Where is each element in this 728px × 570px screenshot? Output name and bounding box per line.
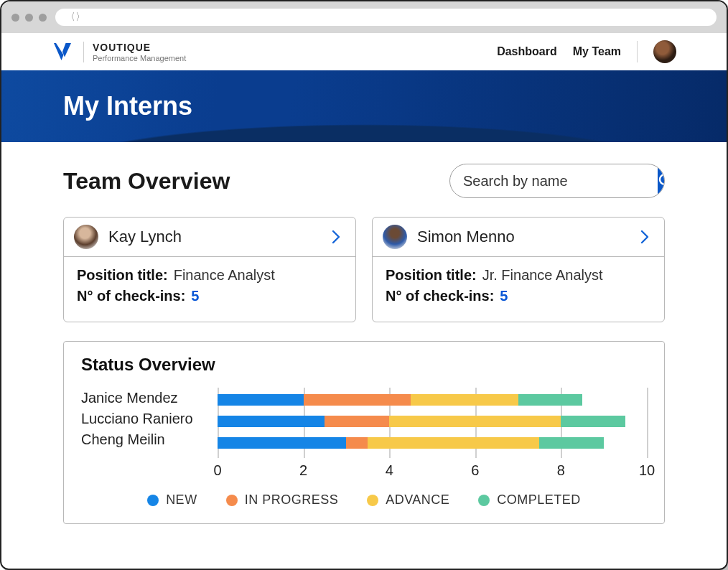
chevron-right-icon xyxy=(331,229,341,245)
forward-arrow-icon[interactable]: 〉 xyxy=(75,11,84,24)
chart-bar-segment xyxy=(561,416,625,427)
svg-point-0 xyxy=(65,45,69,48)
app-header: VOUTIQUE Performance Management Dashboar… xyxy=(1,33,727,70)
position-label: Position title: xyxy=(386,267,477,284)
brand-name: VOUTIQUE xyxy=(93,42,186,53)
chevron-right-icon xyxy=(640,229,650,245)
chart-axis-tick: 10 xyxy=(639,462,655,479)
overview-title: Team Overview xyxy=(63,168,230,195)
chart-axis-tick: 2 xyxy=(299,462,307,479)
legend-item-completed: COMPLETED xyxy=(478,492,581,508)
brand-subtitle: Performance Management xyxy=(93,54,186,62)
chart-category-label: Janice Mendez xyxy=(81,388,218,408)
chart-bar-segment xyxy=(218,437,346,449)
chart-category-labels: Janice MendezLucciano RanieroCheng Meili… xyxy=(81,388,218,458)
window-traffic-lights xyxy=(11,14,47,22)
checkins-value: 5 xyxy=(191,288,199,304)
chart-category-label: Lucciano Raniero xyxy=(81,408,218,429)
intern-name: Kay Lynch xyxy=(108,228,182,246)
page-banner: My Interns xyxy=(1,70,727,142)
legend-label: ADVANCE xyxy=(386,492,449,508)
chart-plot-area xyxy=(218,388,647,458)
chart-bar-row xyxy=(218,394,582,406)
status-overview-title: Status Overview xyxy=(81,355,647,375)
legend-swatch-icon xyxy=(147,495,159,506)
intern-card-header[interactable]: Simon Menno xyxy=(373,218,664,257)
search-button[interactable] xyxy=(658,164,665,197)
chart-legend: NEW IN PROGRESS ADVANCE COMPLETED xyxy=(81,492,647,508)
chart-bar-segment xyxy=(346,437,368,449)
chart-bar-segment xyxy=(539,437,604,449)
legend-label: NEW xyxy=(166,492,197,508)
chart-axis-tick: 4 xyxy=(386,462,393,479)
chart-bar-segment xyxy=(218,416,325,427)
url-bar[interactable]: 〈 〉 xyxy=(55,9,717,26)
legend-item-in-progress: IN PROGRESS xyxy=(226,492,339,508)
nav-my-team[interactable]: My Team xyxy=(573,45,621,58)
chart-category-label: Cheng Meilin xyxy=(81,429,218,450)
browser-frame: 〈 〉 VOUTIQUE Performance Management Dash… xyxy=(0,0,728,570)
chart-bar-segment xyxy=(304,394,411,406)
nav-dashboard[interactable]: Dashboard xyxy=(497,45,557,58)
chart-bar-row xyxy=(218,416,625,427)
chart-gridline xyxy=(647,388,648,458)
legend-label: IN PROGRESS xyxy=(245,492,339,508)
chart-bar-segment xyxy=(518,394,583,406)
back-arrow-icon[interactable]: 〈 xyxy=(65,11,74,24)
intern-card: Kay Lynch Position title: Finance Analys… xyxy=(63,217,356,322)
brand-logo-icon xyxy=(52,41,73,62)
status-overview-panel: Status Overview Janice MendezLucciano Ra… xyxy=(63,341,665,524)
page-title: My Interns xyxy=(63,91,192,121)
legend-item-advance: ADVANCE xyxy=(367,492,449,508)
chart-bar-segment xyxy=(325,416,389,427)
legend-label: COMPLETED xyxy=(497,492,581,508)
chart-x-axis: 0246810 xyxy=(218,461,647,480)
chart-bar-segment xyxy=(218,394,304,406)
intern-name: Simon Menno xyxy=(417,228,515,246)
avatar xyxy=(74,225,98,249)
position-label: Position title: xyxy=(77,267,168,284)
search-icon xyxy=(658,172,665,190)
avatar xyxy=(383,225,407,249)
close-dot-icon[interactable] xyxy=(11,14,19,22)
chart-bar-segment xyxy=(389,416,561,427)
legend-swatch-icon xyxy=(367,495,378,506)
brand: VOUTIQUE Performance Management xyxy=(52,41,186,62)
chart-axis-tick: 0 xyxy=(213,462,221,479)
maximize-dot-icon[interactable] xyxy=(39,14,47,22)
chart-bar-segment xyxy=(368,437,539,449)
chart-axis-tick: 6 xyxy=(471,462,479,479)
user-avatar[interactable] xyxy=(653,40,676,63)
status-chart: Janice MendezLucciano RanieroCheng Meili… xyxy=(81,388,647,480)
search-field[interactable] xyxy=(449,164,665,198)
chart-bar-row xyxy=(218,437,604,449)
checkins-label: N° of check-ins: xyxy=(77,288,185,304)
legend-item-new: NEW xyxy=(147,492,197,508)
browser-chrome-bar: 〈 〉 xyxy=(1,1,727,33)
chart-axis-tick: 8 xyxy=(557,462,565,479)
position-value: Finance Analyst xyxy=(174,267,275,284)
chart-bar-segment xyxy=(411,394,518,406)
svg-point-1 xyxy=(660,174,665,184)
legend-swatch-icon xyxy=(226,495,238,506)
intern-card: Simon Menno Position title: Jr. Finance … xyxy=(372,217,665,322)
legend-swatch-icon xyxy=(478,495,490,506)
intern-card-header[interactable]: Kay Lynch xyxy=(64,218,355,257)
checkins-label: N° of check-ins: xyxy=(386,288,494,304)
checkins-value: 5 xyxy=(500,288,508,304)
search-input[interactable] xyxy=(450,173,658,190)
minimize-dot-icon[interactable] xyxy=(25,14,33,22)
position-value: Jr. Finance Analyst xyxy=(482,267,603,284)
nav-divider xyxy=(637,41,638,62)
